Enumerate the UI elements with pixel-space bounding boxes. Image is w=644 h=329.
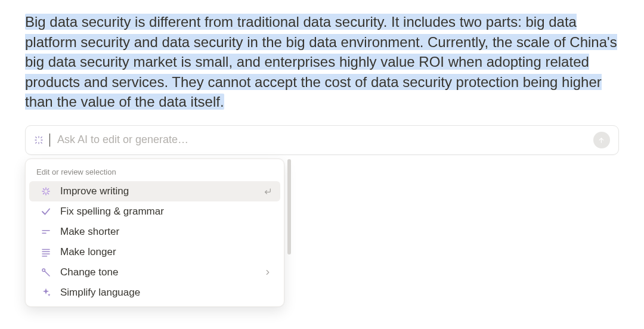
sparkle-icon [34, 135, 44, 145]
text-cursor [49, 134, 50, 147]
check-icon [40, 206, 52, 217]
selected-paragraph: Big data security is different from trad… [25, 12, 619, 112]
dropdown-section-label: Edit or review selection [26, 165, 284, 181]
sparkle-icon [40, 287, 52, 298]
chevron-right-icon [264, 268, 272, 277]
action-make-longer[interactable]: Make longer [29, 242, 280, 262]
action-label: Improve writing [60, 185, 254, 197]
action-make-shorter[interactable]: Make shorter [29, 222, 280, 242]
lines-short-icon [40, 226, 52, 237]
action-label: Make shorter [60, 226, 272, 238]
action-label: Change tone [60, 266, 255, 278]
ai-prompt-input[interactable] [57, 134, 587, 146]
ai-actions-dropdown: Edit or review selection Improve writing… [25, 159, 284, 307]
lines-long-icon [40, 247, 52, 257]
selected-text-highlight: Big data security is different from trad… [25, 14, 617, 110]
mic-pen-icon [40, 267, 52, 278]
action-label: Make longer [60, 246, 272, 258]
scrollbar-thumb[interactable] [287, 159, 291, 254]
send-button[interactable] [593, 132, 610, 148]
action-label: Fix spelling & grammar [60, 206, 272, 218]
action-simplify-language[interactable]: Simplify language [29, 283, 280, 303]
sparkle-burst-icon [40, 186, 52, 197]
action-change-tone[interactable]: Change tone [29, 262, 280, 283]
action-label: Simplify language [60, 287, 272, 299]
action-fix-spelling-grammar[interactable]: Fix spelling & grammar [29, 201, 280, 222]
enter-icon [262, 187, 272, 196]
action-improve-writing[interactable]: Improve writing [29, 181, 280, 201]
ai-prompt-bar[interactable] [25, 125, 619, 155]
